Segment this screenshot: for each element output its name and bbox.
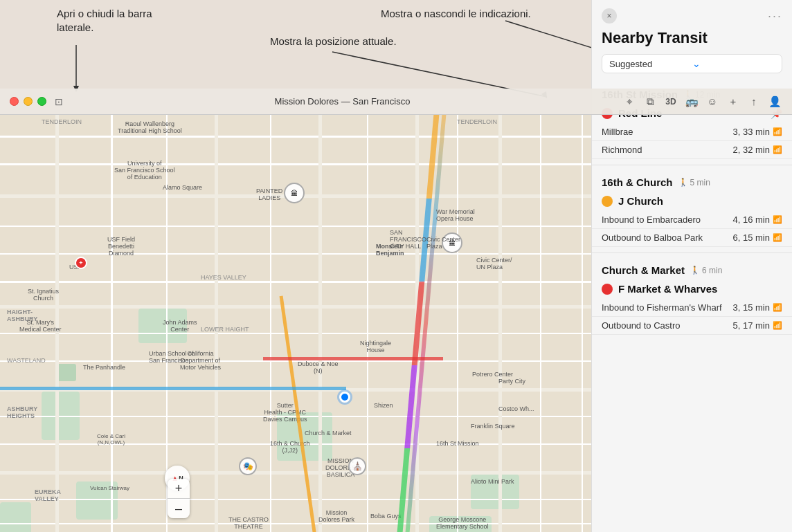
sidebar-close-button[interactable]: × <box>602 8 617 24</box>
label-wasteland: WASTELAND <box>7 357 46 364</box>
street-v-6 <box>318 115 322 532</box>
poi-raoul-wallenberg: Raoul WallenbergTraditional High School <box>118 120 182 134</box>
poi-st-marys: St. Mary'sMedical Center <box>19 319 62 333</box>
f-market-name: F Market & Wharves <box>618 283 782 295</box>
signal-icon-balboa: 📶 <box>773 233 782 242</box>
stop-name-church-market: Church & Market <box>602 264 685 276</box>
label-ashbury-heights: ASHBURYHEIGHTS <box>7 405 37 419</box>
street-v-9 <box>457 115 458 532</box>
route-dest-castro: Outbound to Castro <box>602 320 733 331</box>
j-church-name: J Church <box>618 195 782 207</box>
walk-icon-3: 🚶 <box>690 266 700 275</box>
poi-castro-theatre: THE CASTROTHEATRE <box>228 516 269 530</box>
label-potrero-center: Potrero Center <box>472 371 513 378</box>
f-market-dot <box>602 284 613 295</box>
poi-usf-field: USF FieldBenedettiDiamond <box>107 236 135 257</box>
signal-icon-millbrae: 📶 <box>773 127 782 136</box>
transit-icon[interactable]: 🚌 <box>684 94 699 109</box>
nearby-transit-panel: × ··· Nearby Transit Suggested ⌄ 16th St… <box>591 0 792 532</box>
poi-party-city: Party City <box>498 378 525 385</box>
signal-icon-fishermans: 📶 <box>773 303 782 312</box>
pin-castro-theatre[interactable]: 🎭 <box>239 457 257 475</box>
pin-mission-dolores[interactable]: ⛪ <box>348 457 366 475</box>
j-church-dot <box>602 196 613 207</box>
poi-alioto-mini-park: Alioto Mini Park <box>471 478 514 485</box>
label-monsieur-benjamin: MonsieurBenjamin <box>376 243 404 257</box>
line-header-j-church: J Church <box>592 191 792 211</box>
poi-george-moscone: George MosconeElementary School <box>436 516 489 530</box>
route-dest-richmond: Richmond <box>602 145 733 155</box>
poi-painted-ladies: PAINTEDLADIES <box>256 187 282 201</box>
sidebar-toggle-icon[interactable]: ⊡ <box>55 96 63 107</box>
toolbar-actions: ⌖ ⧉ 3D 🚌 ☺ + ↑ 👤 <box>622 94 782 109</box>
route-time-fishermans: 3, 15 min <box>733 302 770 313</box>
poi-church-market: Church & Market <box>305 430 352 437</box>
route-time-balboa: 6, 15 min <box>733 232 770 243</box>
window-title: Mission Dolores — San Francisco <box>63 96 622 107</box>
walk-icon-2: 🚶 <box>678 178 688 187</box>
route-time-richmond: 2, 32 min <box>733 145 770 155</box>
stop-time-16th-church: 🚶 5 min <box>678 178 710 187</box>
zoom-in-button[interactable]: + <box>168 479 190 498</box>
chevron-down-icon: ⌄ <box>692 58 775 69</box>
street-v-12 <box>582 115 583 532</box>
profile-icon[interactable]: 👤 <box>767 94 782 109</box>
label-the-panhandle: The Panhandle <box>83 364 125 371</box>
threed-button[interactable]: 3D <box>663 94 678 109</box>
stop-header-16th-church[interactable]: 16th & Church 🚶 5 min <box>592 171 792 191</box>
signal-icon-embarcadero: 📶 <box>773 215 782 224</box>
route-embarcadero[interactable]: Inbound to Embarcadero 4, 16 min 📶 <box>592 211 792 229</box>
route-balboa-park[interactable]: Outbound to Balboa Park 6, 15 min 📶 <box>592 229 792 247</box>
route-castro[interactable]: Outbound to Castro 5, 17 min 📶 <box>592 317 792 335</box>
label-eureka-valley: EUREKAVALLEY <box>35 488 61 502</box>
suggested-dropdown[interactable]: Suggested ⌄ <box>602 54 782 73</box>
minimize-button[interactable] <box>24 97 33 106</box>
poi-costco: Costco Wh... <box>498 405 534 412</box>
route-richmond[interactable]: Richmond 2, 32 min 📶 <box>592 141 792 159</box>
pin-alamo[interactable]: 🏛 <box>284 183 305 203</box>
route-dest-balboa: Outbound to Balboa Park <box>602 232 733 243</box>
close-button[interactable] <box>10 97 19 106</box>
signal-icon-richmond: 📶 <box>773 145 782 154</box>
user-icon[interactable]: ☺ <box>705 94 720 109</box>
label-urban-school: Urban School ofSan Francisco <box>149 350 194 364</box>
divider-1 <box>592 165 792 165</box>
current-location-dot <box>339 392 350 403</box>
stop-time-church-market: 🚶 6 min <box>690 266 722 275</box>
route-time-castro: 5, 17 min <box>733 320 770 331</box>
share-icon[interactable]: ↑ <box>746 94 762 109</box>
label-lower-haight: LOWER HAIGHT <box>201 326 249 333</box>
poi-franklin-square: Franklin Square <box>471 423 515 430</box>
street-v-4 <box>215 115 218 532</box>
label-tenderloin-2: TENDERLOIN <box>457 118 497 125</box>
zoom-out-button[interactable]: – <box>168 499 190 518</box>
route-fishermans-wharf[interactable]: Inbound to Fisherman's Wharf 3, 15 min 📶 <box>592 299 792 317</box>
sidebar-more-button[interactable]: ··· <box>768 9 782 24</box>
line-header-f-market: F Market & Wharves <box>592 279 792 299</box>
route-time-millbrae: 3, 33 min <box>733 127 770 137</box>
poi-st-ignatius: St. IgnatiusChurch <box>28 288 59 302</box>
route-millbrae[interactable]: Millbrae 3, 33 min 📶 <box>592 123 792 141</box>
maximize-button[interactable] <box>37 97 46 106</box>
n-judah-line <box>0 387 346 390</box>
route-time-embarcadero: 4, 16 min <box>733 214 770 225</box>
location-icon[interactable]: ⌖ <box>622 94 637 109</box>
layers-icon[interactable]: ⧉ <box>642 94 658 109</box>
street-v-10 <box>498 115 502 532</box>
stop-name-16th-church: 16th & Church <box>602 176 673 188</box>
label-civic-center-un: Civic Center/UN Plaza <box>476 257 512 270</box>
divider-2 <box>592 253 792 253</box>
pin-usf[interactable]: + <box>75 257 87 269</box>
stop-header-church-market[interactable]: Church & Market 🚶 6 min <box>592 259 792 279</box>
add-icon[interactable]: + <box>726 94 741 109</box>
annotation-directions: Mostra o nascondi le indicazioni. <box>381 7 531 21</box>
sidebar-title: Nearby Transit <box>592 26 792 54</box>
park-interior-greenbelt <box>0 502 31 532</box>
title-bar: ⊡ Mission Dolores — San Francisco ⌖ ⧉ 3D… <box>0 89 792 115</box>
poi-boba-guys: Boba Guys <box>370 513 402 520</box>
route-dest-embarcadero: Inbound to Embarcadero <box>602 214 733 225</box>
street-v-11 <box>540 115 541 532</box>
traffic-lights <box>10 97 46 106</box>
street-v-5 <box>270 115 271 532</box>
label-civic-center: Civic CenterPlaza <box>426 236 460 250</box>
